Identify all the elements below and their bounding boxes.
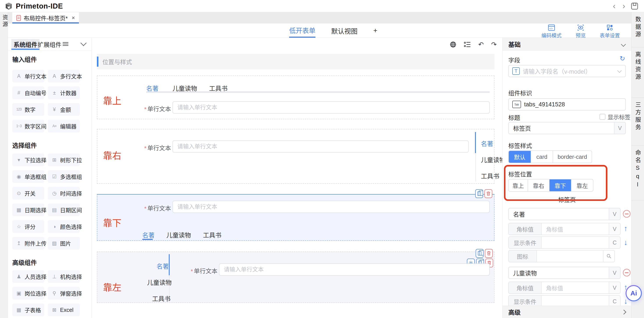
canvas-tab-ertongduwu[interactable]: 儿童读物 [481,155,502,164]
tab-default-view[interactable]: 默认视图 [331,24,358,38]
component-id-input[interactable]: Tab tabs_49141528 [508,98,626,111]
palette-item-auto-number[interactable]: #自动编号 [12,86,44,99]
canvas-tab-gongjushu[interactable]: 工具书 [203,230,222,239]
palette-item-counter[interactable]: ±计数器 [48,86,80,99]
tabs-demo-top[interactable]: 名著 儿童读物 工具书 靠上 *单行文本 [97,76,494,119]
canvas-tab-gongjushu[interactable]: 工具书 [481,171,499,180]
ai-assistant-button[interactable]: Ai [626,285,642,301]
palette-item-editor[interactable]: A≡编辑器 [48,120,80,132]
tab-position-right[interactable]: 靠右 [528,179,550,191]
single-line-text-input[interactable] [172,101,490,114]
palette-item-number[interactable]: 123数字 [12,103,44,116]
palette-item-color-picker[interactable]: ◑颜色选择 [48,220,80,233]
palette-item-time-picker[interactable]: ◷时间选择 [48,187,80,200]
canvas-tab-mingzhu[interactable]: 名著 [156,262,169,270]
tab-extension-components[interactable]: 扩展组件 [36,39,64,50]
tab-style-default[interactable]: 默认 [509,151,531,163]
canvas-tab-ertongduwu[interactable]: 儿童读物 [147,278,172,287]
redo-icon[interactable]: ↷ [491,41,497,48]
group-header[interactable]: 位置与样式 [97,54,494,69]
preview-button[interactable]: 预览 [576,24,586,39]
rail-offline-resources[interactable]: 离线资源 [632,47,644,98]
tab-item-name-input[interactable]: 名著 V [508,208,620,220]
canvas-tab-mingzhu[interactable]: 名著 [481,139,493,148]
rail-datasource[interactable]: 数据源 [632,12,644,47]
rail-third-party-services[interactable]: 三方服务 [632,98,644,146]
tab-position-left[interactable]: 靠左 [572,179,593,191]
show-label-checkbox[interactable] [600,114,606,120]
title-input[interactable]: 标签页 V [508,122,626,134]
chevron-down-icon[interactable] [621,42,626,47]
palette-item-radio-group[interactable]: ◉单选框组 [12,170,44,183]
tab-position-bottom[interactable]: 靠下 [550,179,572,191]
copy-icon[interactable] [476,249,484,258]
add-view-button[interactable]: + [373,24,378,38]
canvas-tab-mingzhu[interactable]: 名著 [142,230,154,239]
text-input[interactable] [173,104,489,111]
globe-icon[interactable] [450,41,456,48]
icon-row[interactable]: 图标 [508,250,615,262]
palette-item-amount[interactable]: ¥金额 [48,103,80,116]
single-line-text-input[interactable] [172,201,490,213]
nav-forward-icon[interactable]: › [619,2,629,11]
canvas-tab-ertongduwu[interactable]: 儿童读物 [166,230,191,239]
variable-toggle[interactable]: V [609,208,620,220]
palette-item-org-select[interactable]: ⊥机构选择 [48,270,80,283]
badge-value-row[interactable]: 角标值 角标值 V [508,223,620,235]
palette-item-multi-line-text[interactable]: A多行文本 [48,70,80,83]
remove-tab-icon[interactable] [623,210,630,218]
palette-item-dropdown-select[interactable]: ▾下拉选择 [12,154,44,166]
palette-item-tree-dropdown[interactable]: ⊞树形下拉 [48,154,80,166]
remove-tab-icon[interactable] [623,269,630,276]
palette-item-single-line-text[interactable]: A单行文本 [12,70,44,83]
variable-toggle[interactable]: V [609,267,620,278]
palette-item-switch[interactable]: ⊙开关 [12,187,44,200]
text-input[interactable] [173,143,468,150]
code-toggle[interactable]: C [609,296,620,307]
inspector-header[interactable]: 基础 [502,38,631,51]
rail-resources[interactable]: 资源 [1,15,9,28]
palette-item-image[interactable]: ▧图片 [48,237,80,250]
tab-style-card[interactable]: card [531,151,553,163]
variable-toggle[interactable]: V [609,223,620,235]
palette-item-sub-table[interactable]: ▦子表格 [12,303,44,316]
display-condition-row[interactable]: 显示条件 C [508,236,620,249]
palette-item-post-select[interactable]: ▣岗位选择 [12,287,44,299]
palette-item-date-picker[interactable]: ▦日期选择 [12,203,44,216]
rail-named-sql[interactable]: 命名Sql [632,146,644,200]
copy-icon[interactable] [475,189,483,198]
single-line-text-input[interactable] [219,263,490,276]
text-input[interactable] [173,203,489,210]
palette-item-date-range[interactable]: ▤日期区间 [48,203,80,216]
document-tab[interactable]: 布局控件-标签页* × [12,12,79,24]
tabs-demo-left[interactable]: 名著 儿童读物 工具书 靠左 *单行文本 [97,251,494,303]
tab-system-components[interactable]: 系统组件 [12,39,40,50]
palette-item-number-range[interactable]: 1~3数字区间 [12,120,44,132]
tabs-demo-right[interactable]: *单行文本 名著 儿童读物 工具书 靠右 [97,129,494,184]
single-line-text-input[interactable] [172,140,469,153]
variable-toggle[interactable]: V [609,282,620,293]
delete-icon[interactable] [484,189,492,198]
tab-style-border-card[interactable]: border-card [553,151,592,163]
tab-position-top[interactable]: 靠上 [509,179,528,191]
advanced-section-header[interactable]: 高级 [502,306,631,318]
chevron-down-icon[interactable] [80,40,86,46]
palette-item-person-select[interactable]: ♟人员选择 [12,270,44,283]
badge-value-row[interactable]: 角标值 角标值 V [508,281,620,294]
tabs-demo-bottom-selected[interactable]: *单行文本 靠下 名著 儿童读物 工具书 [97,194,494,241]
undo-icon[interactable]: ↶ [478,41,484,48]
delete-icon[interactable] [485,249,493,258]
move-down-icon[interactable]: ↓ [624,239,628,246]
search-icon[interactable] [603,250,614,262]
tab-item-name-input[interactable]: 儿童读物 V [508,267,620,279]
code-mode-button[interactable]: </> 编码模式 [542,24,562,39]
tab-low-code-form[interactable]: 低开表单 [289,24,316,38]
move-up-icon[interactable]: ↑ [624,225,628,232]
palette-item-checkbox-group[interactable]: ☑多选框组 [48,170,80,183]
canvas-tab-gongjushu[interactable]: 工具书 [152,294,170,303]
palette-item-dialog-select[interactable]: ⚲弹窗选择 [48,287,80,299]
outline-tree-icon[interactable] [464,41,471,48]
palette-item-excel[interactable]: ⊠Excel [48,303,80,316]
code-toggle[interactable]: C [609,237,620,248]
close-icon[interactable]: × [72,15,75,21]
